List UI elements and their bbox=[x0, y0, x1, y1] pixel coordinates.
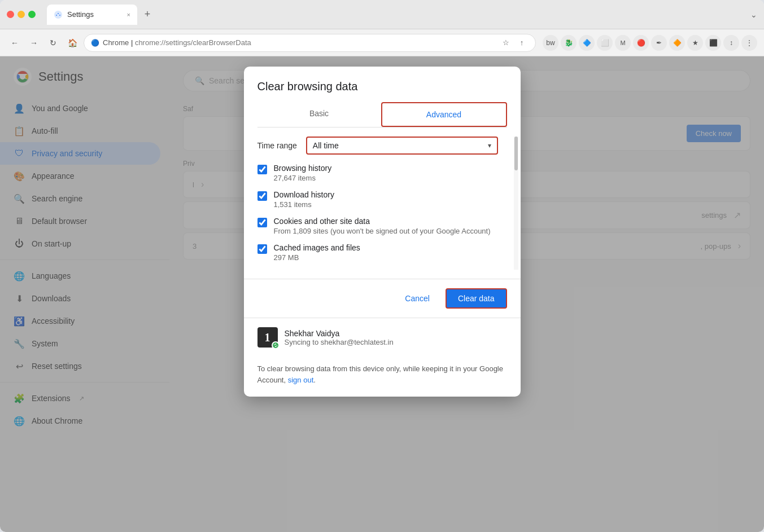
profile-info: Shekhar Vaidya Syncing to shekhar@techla… bbox=[285, 329, 394, 346]
toolbar-icon-9[interactable]: ★ bbox=[687, 35, 703, 51]
checkbox-item-cookies: Cookies and other site data From 1,809 s… bbox=[257, 217, 498, 235]
cached-images-sub: 297 MB bbox=[274, 253, 360, 262]
title-bar: Settings × + ⌄ bbox=[0, 0, 764, 29]
cookies-sub: From 1,809 sites (you won't be signed ou… bbox=[274, 227, 491, 235]
checkbox-cookies[interactable] bbox=[257, 218, 267, 227]
time-range-label: Time range bbox=[257, 141, 297, 150]
dialog-title: Clear browsing data bbox=[257, 80, 507, 93]
toolbar-icon-5[interactable]: M bbox=[615, 35, 631, 51]
dialog-body: Time range All time ▾ Browsing history bbox=[244, 127, 512, 279]
cookies-title: Cookies and other site data bbox=[274, 217, 491, 226]
dialog-tab-basic[interactable]: Basic bbox=[257, 102, 381, 127]
nav-bar: ← → ↻ 🏠 🔵 Chrome | chrome://settings/cle… bbox=[0, 29, 764, 56]
dialog-content: Time range All time ▾ Browsing history bbox=[244, 127, 521, 279]
browsing-history-title: Browsing history bbox=[274, 164, 332, 173]
clear-data-button[interactable]: Clear data bbox=[446, 288, 507, 309]
address-text: Chrome | chrome://settings/clearBrowserD… bbox=[103, 38, 496, 47]
profile-icon: 1 bbox=[257, 327, 278, 348]
toolbar-icon-8[interactable]: 🔶 bbox=[669, 35, 685, 51]
bookmark-button[interactable]: ☆ bbox=[499, 36, 513, 50]
checkbox-browsing-history[interactable] bbox=[257, 165, 267, 174]
toolbar-icon-2[interactable]: 🐉 bbox=[561, 35, 577, 51]
time-range-select[interactable]: All time ▾ bbox=[306, 137, 498, 155]
download-history-sub: 1,531 items bbox=[274, 200, 334, 209]
dialog-profile-section: 1 Shekhar Vaidya Syncing to shekhar@tech… bbox=[244, 318, 521, 357]
profile-sync-indicator bbox=[272, 341, 280, 349]
tab-expand-button[interactable]: ⌄ bbox=[750, 10, 757, 19]
back-button[interactable]: ← bbox=[7, 35, 23, 51]
browser-window: Settings × + ⌄ ← → ↻ 🏠 🔵 Chrome | chrome… bbox=[0, 0, 764, 532]
toolbar-icon-10[interactable]: ⬛ bbox=[705, 35, 721, 51]
tab-bar: Settings × + bbox=[47, 5, 155, 25]
toolbar-icon-6[interactable]: 🔴 bbox=[633, 35, 649, 51]
refresh-button[interactable]: ↻ bbox=[45, 35, 61, 51]
dialog-scrollbar[interactable] bbox=[514, 137, 518, 270]
checkbox-download-history[interactable] bbox=[257, 191, 267, 201]
close-traffic-light[interactable] bbox=[7, 11, 14, 18]
time-range-select-arrow: ▾ bbox=[488, 142, 491, 150]
time-range-select-value: All time bbox=[313, 141, 483, 150]
new-tab-button[interactable]: + bbox=[139, 7, 155, 23]
cached-images-title: Cached images and files bbox=[274, 243, 360, 252]
clear-browsing-data-dialog: Clear browsing data Basic Advanced Time … bbox=[244, 67, 521, 397]
svg-point-0 bbox=[54, 11, 62, 19]
checkbox-item-browsing-history: Browsing history 27,647 items bbox=[257, 164, 498, 182]
toolbar-icon-7[interactable]: ✒ bbox=[651, 35, 667, 51]
profile-sync-text: Syncing to shekhar@techlatest.in bbox=[285, 338, 394, 346]
download-history-title: Download history bbox=[274, 190, 334, 199]
share-button[interactable]: ↑ bbox=[515, 36, 529, 50]
browsing-history-sub: 27,647 items bbox=[274, 174, 332, 182]
address-security-icon: 🔵 bbox=[91, 39, 99, 47]
address-domain: Chrome bbox=[103, 38, 129, 47]
settings-tab[interactable]: Settings × bbox=[47, 5, 137, 25]
address-actions: ☆ ↑ bbox=[499, 36, 529, 50]
settings-tab-label: Settings bbox=[67, 10, 123, 19]
sign-out-link[interactable]: sign out bbox=[288, 376, 314, 384]
toolbar-icon-1[interactable]: bw bbox=[543, 35, 558, 51]
dialog-header: Clear browsing data Basic Advanced bbox=[244, 67, 521, 127]
settings-tab-icon bbox=[54, 10, 63, 19]
checkbox-cached-images[interactable] bbox=[257, 244, 267, 254]
chrome-menu-button[interactable]: ⋮ bbox=[741, 35, 757, 51]
dialog-tab-advanced[interactable]: Advanced bbox=[381, 102, 507, 127]
checkbox-label-cached-images: Cached images and files 297 MB bbox=[274, 243, 360, 262]
dialog-note-end: . bbox=[313, 376, 316, 384]
settings-tab-close[interactable]: × bbox=[127, 11, 130, 18]
toolbar-icon-4[interactable]: ⬜ bbox=[597, 35, 613, 51]
forward-button[interactable]: → bbox=[26, 35, 42, 51]
toolbar-icon-11[interactable]: ↕ bbox=[723, 35, 739, 51]
minimize-traffic-light[interactable] bbox=[18, 11, 25, 18]
address-path: chrome://settings/clearBrowserData bbox=[135, 38, 251, 47]
dialog-footer: Cancel Clear data bbox=[244, 279, 521, 318]
cancel-button[interactable]: Cancel bbox=[396, 289, 439, 307]
main-area: Settings 👤 You and Google 📋 Auto-fill 🛡 … bbox=[0, 56, 764, 532]
checkbox-item-cached-images: Cached images and files 297 MB bbox=[257, 243, 498, 262]
checkbox-item-download-history: Download history 1,531 items bbox=[257, 190, 498, 209]
toolbar-icons: bw 🐉 🔷 ⬜ M 🔴 ✒ 🔶 ★ ⬛ ↕ ⋮ bbox=[543, 35, 757, 51]
profile-name: Shekhar Vaidya bbox=[285, 329, 394, 338]
home-button[interactable]: 🏠 bbox=[64, 35, 80, 51]
maximize-traffic-light[interactable] bbox=[28, 11, 36, 18]
checkbox-label-download-history: Download history 1,531 items bbox=[274, 190, 334, 209]
overlay: Clear browsing data Basic Advanced Time … bbox=[0, 56, 764, 532]
checkbox-label-browsing-history: Browsing history 27,647 items bbox=[274, 164, 332, 182]
profile-icon-text: 1 bbox=[265, 331, 270, 344]
traffic-lights bbox=[7, 11, 36, 18]
address-bar[interactable]: 🔵 Chrome | chrome://settings/clearBrowse… bbox=[84, 34, 536, 52]
checkbox-label-cookies: Cookies and other site data From 1,809 s… bbox=[274, 217, 491, 235]
toolbar-icon-3[interactable]: 🔷 bbox=[579, 35, 595, 51]
dialog-note: To clear browsing data from this device … bbox=[244, 357, 521, 397]
scrollbar-thumb bbox=[514, 137, 518, 170]
time-range-row: Time range All time ▾ bbox=[257, 137, 498, 155]
dialog-tabs: Basic Advanced bbox=[257, 102, 507, 127]
